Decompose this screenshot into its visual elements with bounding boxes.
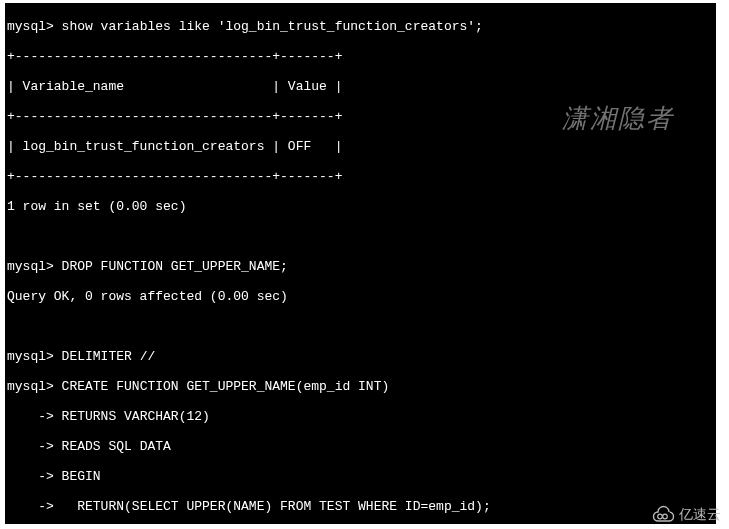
table-border: +---------------------------------+-----… bbox=[7, 49, 714, 64]
prompt: mysql> bbox=[7, 259, 54, 274]
cont-line: -> RETURNS VARCHAR(12) bbox=[7, 409, 714, 424]
cmd-text: DROP FUNCTION GET_UPPER_NAME; bbox=[54, 259, 288, 274]
cont-line: -> RETURN(SELECT UPPER(NAME) FROM TEST W… bbox=[7, 499, 714, 514]
prompt: mysql> bbox=[7, 19, 54, 34]
prompt: mysql> bbox=[7, 349, 54, 364]
cmd-line: mysql> DROP FUNCTION GET_UPPER_NAME; bbox=[7, 259, 714, 274]
cont-prompt: -> bbox=[7, 439, 54, 454]
cmd-text: READS SQL DATA bbox=[54, 439, 171, 454]
cmd-text: show variables like 'log_bin_trust_funct… bbox=[54, 19, 483, 34]
cont-line: -> READS SQL DATA bbox=[7, 439, 714, 454]
cmd-text: RETURN(SELECT UPPER(NAME) FROM TEST WHER… bbox=[54, 499, 491, 514]
cmd-line: mysql> CREATE FUNCTION GET_UPPER_NAME(em… bbox=[7, 379, 714, 394]
cont-prompt: -> bbox=[7, 499, 54, 514]
cont-prompt: -> bbox=[7, 409, 54, 424]
table-border: +---------------------------------+-----… bbox=[7, 109, 714, 124]
result-msg: 1 row in set (0.00 sec) bbox=[7, 199, 714, 214]
result-msg: Query OK, 0 rows affected (0.00 sec) bbox=[7, 289, 714, 304]
cont-prompt: -> bbox=[7, 469, 54, 484]
cmd-line: mysql> DELIMITER // bbox=[7, 349, 714, 364]
prompt: mysql> bbox=[7, 379, 54, 394]
table-row: | log_bin_trust_function_creators | OFF … bbox=[7, 139, 714, 154]
cont-line: -> BEGIN bbox=[7, 469, 714, 484]
cmd-line: mysql> show variables like 'log_bin_trus… bbox=[7, 19, 714, 34]
cmd-text: CREATE FUNCTION GET_UPPER_NAME(emp_id IN… bbox=[54, 379, 389, 394]
cmd-text: RETURNS VARCHAR(12) bbox=[54, 409, 210, 424]
blank-line bbox=[7, 319, 714, 334]
blank-line bbox=[7, 229, 714, 244]
table-border: +---------------------------------+-----… bbox=[7, 169, 714, 184]
mysql-terminal[interactable]: mysql> show variables like 'log_bin_trus… bbox=[5, 3, 716, 524]
cmd-text: BEGIN bbox=[54, 469, 101, 484]
cmd-text: DELIMITER // bbox=[54, 349, 155, 364]
table-header: | Variable_name | Value | bbox=[7, 79, 714, 94]
